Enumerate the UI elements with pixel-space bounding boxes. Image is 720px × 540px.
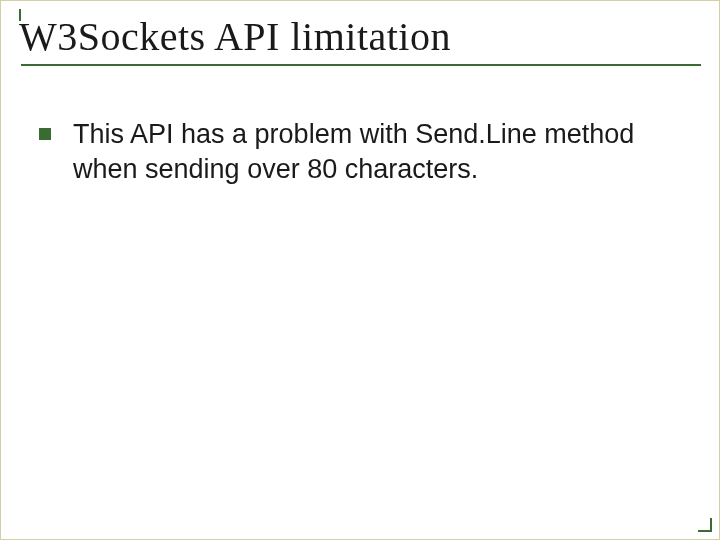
title-underline [21, 64, 701, 66]
square-bullet-icon [39, 128, 51, 140]
slide-title: W3Sockets API limitation [19, 13, 701, 60]
corner-accent-icon [698, 518, 712, 532]
title-accent-tick [19, 9, 21, 21]
title-area: W3Sockets API limitation [1, 1, 719, 72]
bullet-item: This API has a problem with Send.Line me… [39, 117, 659, 187]
slide-body: This API has a problem with Send.Line me… [1, 72, 719, 187]
bullet-text: This API has a problem with Send.Line me… [73, 117, 659, 187]
slide-container: W3Sockets API limitation This API has a … [0, 0, 720, 540]
